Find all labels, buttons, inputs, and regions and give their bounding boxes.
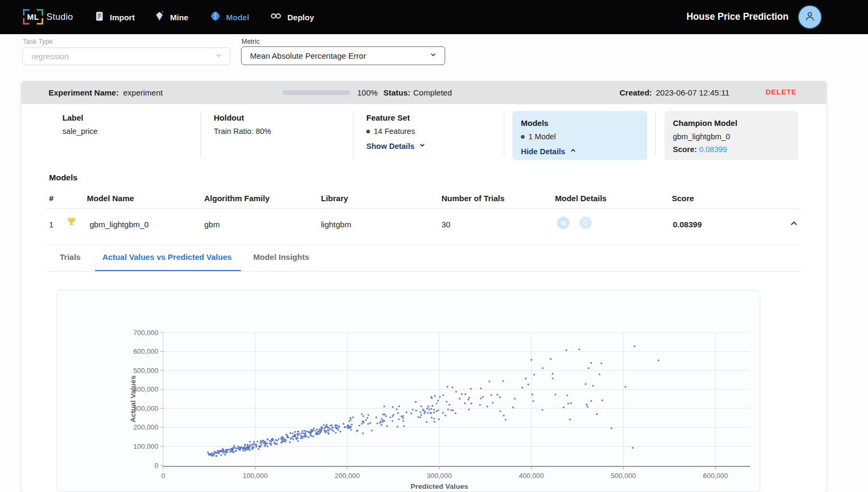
logo-corner-orange bbox=[37, 18, 43, 25]
col-header-score: Score bbox=[672, 194, 694, 203]
bullet-icon bbox=[366, 130, 370, 133]
svg-text:200,000: 200,000 bbox=[335, 472, 360, 480]
card-value: Train Ratio: 80% bbox=[214, 127, 271, 136]
tab-trials[interactable]: Trials bbox=[60, 252, 81, 261]
scatter-chart: 0100,000200,000300,000400,000500,000600,… bbox=[57, 290, 760, 492]
svg-text:100,000: 100,000 bbox=[133, 442, 158, 450]
feature-set-card: Feature Set 14 Features Show Details bbox=[366, 113, 426, 150]
card-value: sale_price bbox=[62, 127, 98, 136]
logo-ml-mark: ML bbox=[23, 9, 43, 25]
card-title: Label bbox=[62, 113, 98, 122]
models-card: Models 1 Model Hide Details bbox=[512, 111, 647, 160]
tabs-bottom-divider bbox=[47, 271, 801, 272]
bullet-icon bbox=[521, 135, 525, 139]
chevron-down-icon bbox=[215, 52, 222, 61]
score-label: Score: bbox=[673, 145, 697, 154]
card-title: Feature Set bbox=[366, 113, 426, 122]
card-value: 14 Features bbox=[366, 127, 426, 136]
logo-corner-blue bbox=[23, 9, 29, 15]
person-icon bbox=[803, 9, 817, 25]
label-card: Label sale_price bbox=[62, 113, 98, 136]
diamond-icon bbox=[154, 10, 165, 24]
chevron-down-icon bbox=[419, 141, 426, 150]
project-title: House Price Prediction bbox=[686, 11, 789, 22]
metric-label: Metric bbox=[242, 38, 260, 45]
score-value: 0.08399 bbox=[699, 145, 727, 154]
tab-actual-vs-predicted[interactable]: Actual Values vs Predicted Values bbox=[102, 252, 232, 261]
top-navbar: ML Studio Import Mine Model bbox=[0, 0, 868, 34]
trophy-icon bbox=[66, 217, 77, 229]
champion-score-row: Score: 0.08399 bbox=[673, 145, 790, 154]
task-type-value: regression bbox=[31, 52, 69, 61]
nav-item-mine[interactable]: Mine bbox=[154, 0, 188, 34]
svg-text:400,000: 400,000 bbox=[519, 472, 544, 480]
model-library: lightgbm bbox=[321, 220, 351, 229]
user-avatar-button[interactable] bbox=[798, 5, 822, 29]
status-value: Completed bbox=[413, 88, 452, 97]
show-details-button[interactable]: Show Details bbox=[366, 141, 426, 150]
created-value: 2023-06-07 12:45:11 bbox=[656, 88, 729, 97]
svg-text:700,000: 700,000 bbox=[133, 329, 158, 337]
logo-corner-green bbox=[37, 9, 43, 15]
card-divider bbox=[504, 112, 504, 157]
logo-studio-text: Studio bbox=[46, 12, 73, 22]
card-title: Champion Model bbox=[673, 118, 790, 128]
chevron-down-icon bbox=[429, 51, 437, 61]
progress-percent: 100% bbox=[357, 88, 377, 97]
tab-model-insights[interactable]: Model Insights bbox=[253, 252, 309, 261]
col-header-details: Model Details bbox=[555, 194, 607, 203]
champion-model-card: Champion Model gbm_lightgbm_0 Score: 0.0… bbox=[664, 111, 798, 160]
card-title: Models bbox=[521, 118, 639, 128]
hide-details-button[interactable]: Hide Details bbox=[521, 147, 639, 156]
delete-button[interactable]: DELETE bbox=[766, 88, 797, 96]
svg-text:400,000: 400,000 bbox=[133, 385, 158, 393]
brain-icon bbox=[210, 10, 221, 24]
app-logo[interactable]: ML Studio bbox=[23, 9, 73, 25]
nav-item-model[interactable]: Model bbox=[210, 0, 249, 34]
page-root: ML Studio Import Mine Model bbox=[0, 0, 868, 492]
nav-item-import[interactable]: Import bbox=[94, 0, 135, 34]
experiment-header-bar: Experiment Name: experiment 100% Status:… bbox=[21, 81, 826, 104]
status-label: Status: bbox=[383, 88, 411, 97]
metric-value: Mean Absolute Percentage Error bbox=[250, 51, 366, 60]
nav-item-deploy[interactable]: Deploy bbox=[269, 0, 314, 34]
card-divider bbox=[655, 112, 656, 157]
progress-bar bbox=[283, 90, 350, 95]
model-rank: 1 bbox=[49, 220, 53, 229]
card-value: 1 Model bbox=[521, 132, 639, 141]
svg-text:100,000: 100,000 bbox=[243, 472, 268, 480]
experiment-name-label: Experiment Name: bbox=[49, 88, 119, 97]
svg-text:Predicted Values: Predicted Values bbox=[411, 482, 468, 490]
model-score: 0.08399 bbox=[673, 220, 702, 229]
card-divider bbox=[200, 112, 201, 157]
experiment-name-value: experiment bbox=[123, 88, 163, 97]
model-name: gbm_lightgbm_0 bbox=[90, 220, 149, 229]
w-badge-icon[interactable]: W bbox=[557, 217, 569, 229]
svg-text:200,000: 200,000 bbox=[133, 423, 158, 431]
svg-text:0: 0 bbox=[161, 472, 165, 480]
scatter-chart-card: 0100,000200,000300,000400,000500,000600,… bbox=[57, 290, 760, 492]
model-trials: 30 bbox=[441, 220, 451, 229]
refresh-icon[interactable] bbox=[580, 217, 592, 229]
nav-item-label: Model bbox=[226, 13, 249, 22]
svg-text:300,000: 300,000 bbox=[427, 472, 452, 480]
experiment-panel: Experiment Name: experiment 100% Status:… bbox=[21, 81, 826, 492]
col-header-rank: # bbox=[49, 194, 53, 203]
model-family: gbm bbox=[204, 220, 220, 229]
nav-item-label: Deploy bbox=[287, 13, 314, 22]
col-header-name: Model Name bbox=[87, 194, 134, 203]
collapse-row-chevron-icon[interactable] bbox=[789, 219, 799, 231]
import-document-icon bbox=[94, 11, 105, 24]
svg-text:600,000: 600,000 bbox=[133, 347, 158, 355]
svg-text:600,000: 600,000 bbox=[703, 472, 728, 480]
logo-corner-pink bbox=[23, 18, 29, 25]
metric-select[interactable]: Mean Absolute Percentage Error bbox=[241, 46, 445, 65]
task-type-label: Task Type bbox=[23, 38, 53, 45]
card-title: Holdout bbox=[214, 113, 271, 122]
nav-item-label: Mine bbox=[170, 13, 188, 22]
created-label: Created: bbox=[620, 88, 652, 97]
infinity-icon bbox=[269, 10, 283, 24]
col-header-family: Algorithm Family bbox=[204, 194, 270, 203]
chevron-up-icon bbox=[569, 147, 577, 156]
task-type-select[interactable]: regression bbox=[22, 47, 230, 65]
